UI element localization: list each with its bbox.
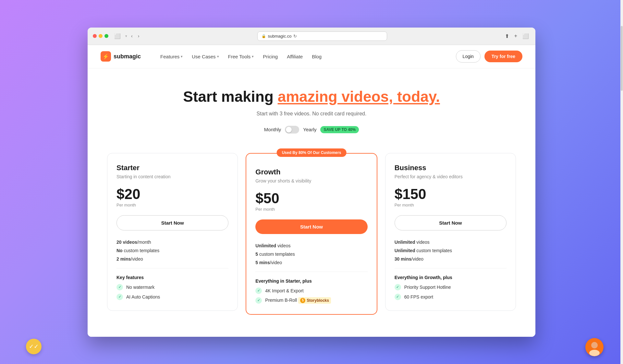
- storyblocks-num: 5: [300, 298, 305, 303]
- nav-item-affiliate[interactable]: Affiliate: [283, 51, 307, 62]
- hero-title: Start making amazing videos, today.: [101, 88, 522, 106]
- browser-chrome: ⬜ ▾ ‹ › 🔒 submagic.co ↻ ⬆ + ⬜: [88, 28, 535, 45]
- divider: [116, 268, 228, 268]
- list-item: ✓ Priority Support Hotline: [395, 284, 507, 290]
- hero-title-highlight: amazing videos, today.: [278, 88, 440, 105]
- features-header-business: Everything in Growth, plus: [395, 275, 507, 280]
- list-item: ✓ 60 FPS export: [395, 294, 507, 300]
- chevron-icon: ▾: [252, 54, 254, 59]
- billing-toggle-switch[interactable]: [285, 126, 299, 134]
- pricing-card-growth: Used By 80% Of Our Customers Growth Grow…: [246, 153, 377, 315]
- url-text: submagic.co: [268, 34, 292, 39]
- check-icon: ✓: [116, 294, 123, 300]
- address-bar[interactable]: 🔒 submagic.co ↻: [257, 31, 387, 41]
- page-content: ⚡ submagic Features ▾ Use Cases ▾ Free T…: [88, 45, 535, 337]
- start-now-button-business[interactable]: Start Now: [395, 215, 507, 230]
- pricing-section: Starter Starting in content creation $20…: [88, 147, 535, 328]
- plan-name-starter: Starter: [116, 164, 228, 172]
- try-for-free-button[interactable]: Try for free: [484, 51, 522, 62]
- start-now-button-growth[interactable]: Start Now: [255, 219, 367, 234]
- billing-monthly-label: Monthly: [264, 127, 281, 132]
- list-item: ✓ 4K Import & Export: [255, 288, 367, 294]
- business-features: ✓ Priority Support Hotline ✓ 60 FPS expo…: [395, 284, 507, 300]
- growth-features: ✓ 4K Import & Export ✓ Premium B-Roll 5 …: [255, 288, 367, 304]
- browser-controls: ⬜ ▾ ‹ ›: [112, 32, 140, 41]
- plan-price-growth: $50: [255, 191, 367, 205]
- billing-yearly-label: Yearly: [303, 127, 316, 132]
- sidebar-toggle-button[interactable]: ⬜: [112, 32, 123, 41]
- address-bar-container: 🔒 submagic.co ↻: [144, 31, 499, 41]
- logo-icon-symbol: ⚡: [103, 53, 109, 60]
- login-button[interactable]: Login: [456, 50, 481, 63]
- business-stats: Unlimited videos Unlimited custom templa…: [395, 240, 507, 262]
- plan-period-growth: Per month: [255, 207, 367, 212]
- features-header-growth: Everything in Starter, plus: [255, 278, 367, 284]
- svg-point-2: [589, 350, 600, 356]
- chat-bubble[interactable]: ✓✓: [26, 339, 42, 354]
- check-icon: ✓: [116, 284, 123, 290]
- storyblocks-label: Storyblocks: [307, 298, 329, 303]
- new-tab-button[interactable]: +: [513, 32, 519, 40]
- plan-period-starter: Per month: [116, 203, 228, 207]
- forward-button[interactable]: ›: [137, 32, 141, 40]
- check-icon: ✓: [395, 284, 401, 290]
- features-header-starter: Key features: [116, 275, 228, 280]
- plan-price-starter: $20: [116, 187, 228, 201]
- list-item: Unlimited custom templates: [395, 248, 507, 253]
- share-button[interactable]: ⬆: [504, 32, 510, 41]
- close-button[interactable]: [93, 34, 97, 38]
- plan-period-business: Per month: [395, 203, 507, 207]
- logo-text: submagic: [114, 53, 141, 60]
- start-now-button-starter[interactable]: Start Now: [116, 215, 228, 230]
- list-item: 20 videos/month: [116, 240, 228, 245]
- plan-name-business: Business: [395, 164, 507, 172]
- list-item: No custom templates: [116, 248, 228, 253]
- lock-icon: 🔒: [262, 34, 266, 38]
- traffic-lights: [93, 34, 108, 38]
- logo-icon: ⚡: [101, 51, 111, 62]
- hero-section: Start making amazing videos, today. Star…: [88, 68, 535, 147]
- list-item: ✓ Premium B-Roll 5 Storyblocks: [255, 297, 367, 304]
- pricing-card-business: Business Perfect for agency & video edit…: [385, 153, 516, 311]
- check-icon: ✓: [255, 297, 262, 304]
- toggle-thumb: [286, 127, 292, 133]
- featured-badge: Used By 80% Of Our Customers: [277, 148, 347, 157]
- navbar: ⚡ submagic Features ▾ Use Cases ▾ Free T…: [88, 45, 535, 68]
- chevron-icon: ▾: [217, 54, 219, 59]
- starter-stats: 20 videos/month No custom templates 2 mi…: [116, 240, 228, 262]
- list-item: 2 mins/video: [116, 256, 228, 262]
- nav-actions: Login Try for free: [456, 50, 522, 63]
- plan-name-growth: Growth: [255, 168, 367, 176]
- nav-item-blog[interactable]: Blog: [308, 51, 325, 62]
- minimize-button[interactable]: [99, 34, 103, 38]
- plan-price-business: $150: [395, 187, 507, 201]
- fullscreen-button[interactable]: [104, 34, 108, 38]
- back-button[interactable]: ‹: [130, 32, 134, 40]
- check-icon: ✓: [255, 288, 262, 294]
- plan-desc-business: Perfect for agency & video editors: [395, 174, 507, 179]
- browser-window: ⬜ ▾ ‹ › 🔒 submagic.co ↻ ⬆ + ⬜ ⚡ subma: [88, 28, 535, 337]
- list-item: Unlimited videos: [395, 240, 507, 245]
- refresh-button[interactable]: ↻: [293, 34, 297, 39]
- check-icon: ✓: [395, 294, 401, 300]
- save-badge: SAVE UP TO 40%: [320, 126, 359, 133]
- plan-desc-growth: Grow your shorts & visibility: [255, 178, 367, 183]
- plan-desc-starter: Starting in content creation: [116, 174, 228, 179]
- storyblocks-badge: 5 Storyblocks: [298, 297, 331, 304]
- nav-item-pricing[interactable]: Pricing: [259, 51, 282, 62]
- svg-point-3: [591, 342, 598, 348]
- tabs-overview-button[interactable]: ⬜: [521, 32, 530, 41]
- logo[interactable]: ⚡ submagic: [101, 51, 141, 62]
- nav-item-features[interactable]: Features ▾: [156, 51, 187, 62]
- nav-links: Features ▾ Use Cases ▾ Free Tools ▾ Pric…: [156, 51, 446, 62]
- list-item: 5 custom templates: [255, 252, 367, 257]
- support-avatar[interactable]: [585, 338, 604, 356]
- nav-item-use-cases[interactable]: Use Cases ▾: [188, 51, 223, 62]
- divider: [255, 272, 367, 272]
- list-item: ✓ No watermark: [116, 284, 228, 290]
- nav-item-free-tools[interactable]: Free Tools ▾: [224, 51, 258, 62]
- chevron-icon: ▾: [181, 54, 183, 59]
- billing-toggle: Monthly Yearly SAVE UP TO 40%: [101, 126, 522, 134]
- chevron-down-icon: ▾: [125, 34, 127, 38]
- hero-subtitle: Start with 3 free videos. No credit card…: [101, 111, 522, 117]
